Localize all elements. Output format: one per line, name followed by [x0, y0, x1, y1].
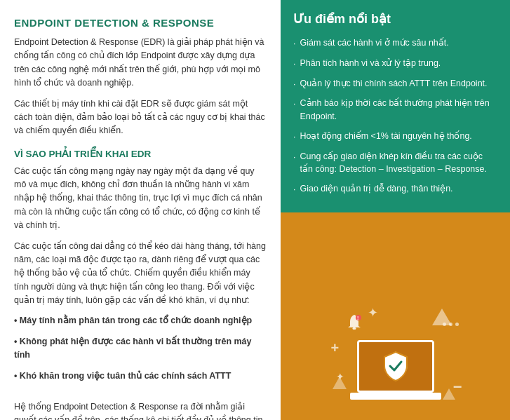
- bullet2: Không phát hiện được các hành vi bất thư…: [14, 335, 267, 363]
- highlight-text: Giám sát các hành vi ở mức sâu nhất.: [300, 36, 448, 50]
- dots-decor: [443, 323, 459, 326]
- minus-decor: −: [453, 378, 462, 396]
- bullet-dot: ·: [293, 57, 295, 71]
- highlights-list: ·Giám sát các hành vi ở mức sâu nhất.·Ph…: [293, 36, 497, 196]
- svg-text:!: !: [357, 316, 358, 320]
- laptop-base: [350, 393, 441, 400]
- page-container: ENDPOINT DETECTION & RESPONSE Endpoint D…: [0, 0, 510, 420]
- bullet-dot: ·: [293, 37, 295, 50]
- highlight-text: Quản lý thực thi chính sách ATTT trên En…: [300, 77, 487, 90]
- closing-para: Hệ thống Endpoint Detection & Response r…: [14, 400, 267, 420]
- why-para2: Các cuộc tấn công dai dẳng có thể kéo dà…: [14, 240, 267, 308]
- star-decor-1: ✦: [368, 305, 378, 320]
- illustration-inner: ! ✦ +: [326, 302, 466, 414]
- highlight-item: ·Hoạt động chiếm <1% tài nguyên hệ thống…: [293, 130, 497, 144]
- highlight-item: ·Giao diện quản trị dễ dàng, thân thiện.: [293, 182, 497, 196]
- highlight-item: ·Cung cấp giao diện khép kín điều tra cá…: [293, 150, 497, 177]
- bullet-dot: ·: [293, 78, 295, 91]
- highlight-text: Hoạt động chiếm <1% tài nguyên hệ thống.: [300, 130, 471, 143]
- main-title: ENDPOINT DETECTION & RESPONSE: [14, 17, 267, 29]
- bell-icon: !: [343, 312, 365, 337]
- plus-decor: +: [331, 340, 340, 356]
- bullet-dot: ·: [293, 183, 295, 196]
- bullet3: Khó khăn trong việc tuân thủ các chính s…: [14, 370, 267, 383]
- para2: Các thiết bị máy tính khi cài đặt EDR sẽ…: [14, 97, 267, 138]
- bullet-dot: ·: [293, 130, 295, 144]
- intro-paragraph: Endpoint Detection & Response (EDR) là g…: [14, 36, 267, 90]
- highlight-text: Phân tích hành vi và xử lý tập trung.: [300, 57, 441, 70]
- bullet1: Máy tính nằm phân tán trong các tổ chức …: [14, 314, 267, 327]
- shield-check-icon: [382, 351, 410, 382]
- highlight-item: ·Cảnh báo kịp thời các bất thường phát h…: [293, 97, 497, 123]
- bullet-dot: ·: [293, 97, 295, 111]
- highlights-title: Ưu điểm nổi bật: [293, 11, 497, 27]
- highlight-text: Giao diện quản trị dễ dàng, thân thiện.: [300, 182, 452, 196]
- bullet-dot: ·: [293, 151, 295, 164]
- highlight-item: ·Quản lý thực thi chính sách ATTT trên E…: [293, 77, 497, 91]
- illustration-box: ! ✦ +: [281, 212, 510, 420]
- highlight-text: Cung cấp giao diện khép kín điều tra các…: [300, 150, 497, 177]
- star-decor-2: ✦: [336, 371, 344, 382]
- highlights-box: Ưu điểm nổi bật ·Giám sát các hành vi ở …: [281, 0, 510, 212]
- laptop-screen: [357, 340, 434, 393]
- highlight-item: ·Giám sát các hành vi ở mức sâu nhất.: [293, 36, 497, 50]
- why-para1: Các cuộc tấn công mạng ngày nay ngày một…: [14, 165, 267, 233]
- right-panel: Ưu điểm nổi bật ·Giám sát các hành vi ở …: [281, 0, 510, 420]
- highlight-text: Cảnh báo kịp thời các bất thường phát hi…: [300, 97, 497, 123]
- svg-rect-0: [352, 327, 356, 330]
- why-title: VÌ SAO PHẢI TRIỂN KHAI EDR: [14, 148, 267, 159]
- highlight-item: ·Phân tích hành vi và xử lý tập trung.: [293, 57, 497, 71]
- left-panel: ENDPOINT DETECTION & RESPONSE Endpoint D…: [0, 0, 281, 420]
